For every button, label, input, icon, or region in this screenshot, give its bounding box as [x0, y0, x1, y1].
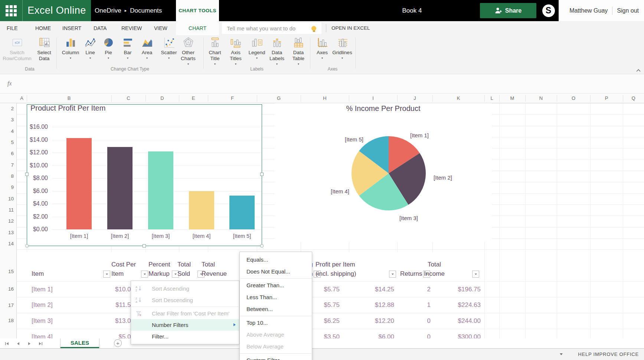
row-header-4[interactable]: 4	[0, 127, 14, 136]
filter-button-profit-per-item[interactable]	[389, 271, 396, 278]
selection-handle-right[interactable]	[260, 173, 264, 176]
row-header-8[interactable]: 8	[0, 171, 14, 181]
tab-review[interactable]: REVIEW	[121, 21, 142, 35]
last-sheet-button[interactable]	[38, 341, 43, 346]
tab-insert[interactable]: INSERT	[62, 21, 81, 35]
row-header-2[interactable]: 2	[0, 104, 14, 114]
tell-me-input[interactable]	[226, 25, 311, 32]
filter-button-total-income[interactable]	[472, 271, 479, 278]
first-sheet-button[interactable]	[4, 341, 10, 346]
selection-handle-bottom[interactable]	[143, 244, 146, 248]
other-charts-button[interactable]: Other Charts ▾	[177, 36, 199, 66]
sheet-tab-sales[interactable]: SALES	[60, 338, 99, 348]
row-header-16[interactable]: 16	[0, 284, 14, 294]
bar-chart-button[interactable]: Bar ▾	[120, 36, 136, 60]
legend-button[interactable]: Legend ▾	[246, 36, 267, 60]
column-header-P[interactable]: P	[599, 94, 614, 103]
app-logo[interactable]: Excel Online	[23, 0, 91, 21]
column-header-K[interactable]: K	[451, 94, 466, 103]
column-header-N[interactable]: N	[534, 94, 549, 103]
submenu-item-top-10[interactable]: Top 10...	[240, 317, 312, 329]
row-header-3[interactable]: 3	[0, 115, 14, 125]
pie-chart-button[interactable]: Pie ▾	[100, 36, 117, 60]
tab-view[interactable]: VIEW	[154, 21, 167, 35]
formula-bar[interactable]: fx	[0, 74, 644, 94]
column-header-F[interactable]: F	[225, 94, 240, 103]
area-chart-button[interactable]: Area ▾	[138, 36, 156, 60]
filter-button-cost-per-item[interactable]	[141, 271, 148, 278]
tab-home[interactable]: HOME	[35, 21, 51, 35]
breadcrumb-parent[interactable]: OneDrive	[95, 7, 121, 14]
row-header-17[interactable]: 17	[0, 301, 14, 310]
selection-handle-bottom-left[interactable]	[25, 244, 29, 248]
row-header-7[interactable]: 7	[0, 160, 14, 170]
submenu-item-above-average: Above Average	[240, 329, 312, 341]
row-header-15[interactable]: 15	[0, 267, 14, 276]
filter-button-item[interactable]	[103, 271, 110, 278]
sort-descending-icon: Z A	[135, 297, 142, 303]
column-header-O[interactable]: O	[566, 94, 581, 103]
next-sheet-button[interactable]	[27, 341, 32, 346]
app-launcher-button[interactable]	[0, 0, 23, 21]
row-header-6[interactable]: 6	[0, 149, 14, 158]
submenu-item-equals[interactable]: Equals...	[240, 254, 312, 266]
status-dropdown-icon[interactable]	[560, 353, 563, 357]
sign-out-link[interactable]: Sign out	[617, 7, 639, 14]
column-header-divider	[27, 95, 27, 102]
column-header-Q[interactable]: Q	[626, 94, 641, 103]
column-header-M[interactable]: M	[505, 94, 520, 103]
cell-cost: $11.50	[94, 297, 134, 313]
data-labels-button[interactable]: Data Labels ▾	[266, 36, 288, 66]
axis-titles-button[interactable]: Axis Titles ▾	[225, 36, 246, 66]
row-header-18[interactable]: 18	[0, 316, 14, 325]
breadcrumb-current[interactable]: Documents	[130, 7, 162, 14]
selection-handle-left[interactable]	[25, 173, 29, 176]
tab-file[interactable]: FILE	[7, 21, 18, 35]
selection-handle-bottom-right[interactable]	[260, 244, 264, 248]
collapse-ribbon-button[interactable]	[636, 67, 641, 73]
switch-row-column-icon	[11, 36, 23, 49]
submenu-item-does-not-equal[interactable]: Does Not Equal...	[240, 266, 312, 278]
gridlines-button[interactable]: Gridlines ▾	[330, 36, 354, 60]
submenu-item-greater-than[interactable]: Greater Than...	[240, 279, 312, 291]
add-sheet-button[interactable]: +	[114, 339, 122, 347]
bar-chart-object[interactable]: Product Profit Per Item $16.00$14.00$12.…	[27, 103, 262, 246]
data-table-button[interactable]: Data Table ▾	[288, 36, 309, 66]
row-header-5[interactable]: 5	[0, 138, 14, 147]
line-chart-button[interactable]: Line ▾	[82, 36, 99, 60]
column-header-I[interactable]: I	[366, 94, 380, 103]
select-data-button[interactable]: Select Data	[33, 36, 56, 62]
column-header-G[interactable]: G	[271, 94, 286, 103]
axes-button[interactable]: Axes ▾	[314, 36, 330, 60]
pie-chart-object[interactable]: % Income Per Product [Item 1] [Item 2] […	[275, 103, 492, 242]
column-header-H[interactable]: H	[317, 94, 332, 103]
column-header-J[interactable]: J	[408, 94, 422, 103]
column-header-D[interactable]: D	[155, 94, 170, 103]
row-header-14[interactable]: 14	[0, 239, 14, 249]
open-in-excel-button[interactable]: OPEN IN EXCEL	[331, 21, 370, 35]
help-improve-office-link[interactable]: HELP IMPROVE OFFICE	[578, 349, 639, 360]
skype-button[interactable]: S	[538, 0, 559, 21]
column-header-C[interactable]: C	[121, 94, 136, 103]
submenu-item-custom-filter[interactable]: Custom Filter...	[240, 354, 312, 360]
row-header-11[interactable]: 11	[0, 205, 14, 215]
column-header-L[interactable]: L	[484, 94, 499, 103]
column-header-B[interactable]: B	[62, 94, 76, 103]
column-chart-button[interactable]: Column ▾	[61, 36, 80, 60]
menu-item-number-filters[interactable]: Number Filters	[131, 319, 239, 331]
menu-item-filter[interactable]: Filter...	[131, 331, 239, 342]
row-header-13[interactable]: 13	[0, 228, 14, 238]
row-header-10[interactable]: 10	[0, 194, 14, 204]
submenu-item-less-than[interactable]: Less Than...	[240, 291, 312, 303]
column-header-E[interactable]: E	[186, 94, 201, 103]
row-header-9[interactable]: 9	[0, 183, 14, 192]
scatter-chart-button[interactable]: Scatter ▾	[157, 36, 180, 60]
submenu-item-between[interactable]: Between...	[240, 303, 312, 315]
previous-sheet-button[interactable]	[16, 341, 21, 346]
tab-chart-active[interactable]: CHART	[176, 21, 219, 35]
chart-title-button[interactable]: Chart Title ▾	[205, 36, 225, 66]
tab-data[interactable]: DATA	[94, 21, 107, 35]
share-button[interactable]: Share	[480, 3, 536, 18]
row-header-12[interactable]: 12	[0, 216, 14, 226]
user-name[interactable]: Matthew Guay	[569, 7, 608, 14]
